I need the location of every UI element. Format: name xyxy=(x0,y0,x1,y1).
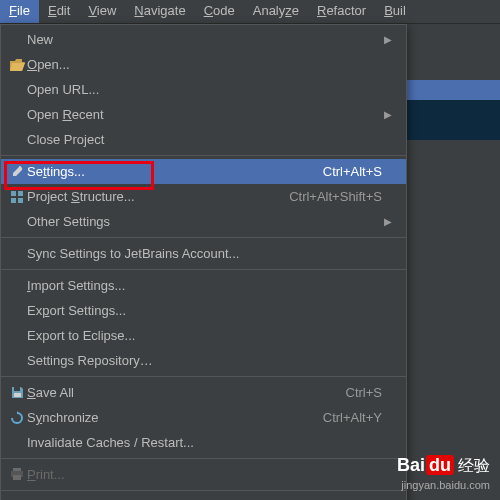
menu-invalidate-caches[interactable]: Invalidate Caches / Restart... xyxy=(1,430,406,455)
watermark: Baidu经验 jingyan.baidu.com xyxy=(397,454,490,492)
svg-rect-1 xyxy=(18,191,23,196)
menu-synchronize-label: Synchronize xyxy=(27,410,303,425)
svg-rect-6 xyxy=(13,468,21,471)
menu-print[interactable]: Print... xyxy=(1,462,406,487)
menu-save-all-label: Save All xyxy=(27,385,326,400)
svg-rect-4 xyxy=(14,387,20,391)
menu-settings[interactable]: Settings... Ctrl+Alt+S xyxy=(1,159,406,184)
folder-open-icon xyxy=(7,59,27,71)
menu-settings-label: Settings... xyxy=(27,164,303,179)
menu-open-recent-label: Open Recent xyxy=(27,107,382,122)
menu-synchronize[interactable]: Synchronize Ctrl+Alt+Y xyxy=(1,405,406,430)
menu-import-settings[interactable]: Import Settings... xyxy=(1,273,406,298)
menu-separator xyxy=(1,490,406,491)
watermark-url: jingyan.baidu.com xyxy=(397,478,490,492)
menu-open-recent[interactable]: Open Recent ▶ xyxy=(1,102,406,127)
sync-icon xyxy=(7,411,27,425)
svg-rect-2 xyxy=(11,198,16,203)
menu-settings-repo[interactable]: Settings Repository… xyxy=(1,348,406,373)
save-icon xyxy=(7,386,27,399)
menu-sync-settings-label: Sync Settings to JetBrains Account... xyxy=(27,246,382,261)
menu-invalidate-caches-label: Invalidate Caches / Restart... xyxy=(27,435,382,450)
menu-export-settings[interactable]: Export Settings... xyxy=(1,298,406,323)
submenu-arrow-icon: ▶ xyxy=(382,109,392,120)
menu-edit[interactable]: Edit xyxy=(39,0,79,23)
menu-build[interactable]: Buil xyxy=(375,0,415,23)
menu-refactor[interactable]: Refactor xyxy=(308,0,375,23)
menu-new[interactable]: New ▶ xyxy=(1,27,406,52)
menu-close-project-label: Close Project xyxy=(27,132,382,147)
menu-separator xyxy=(1,458,406,459)
menu-export-eclipse[interactable]: Export to Eclipse... xyxy=(1,323,406,348)
menu-separator xyxy=(1,376,406,377)
wrench-icon xyxy=(7,165,27,179)
menu-project-structure-label: Project Structure... xyxy=(27,189,269,204)
file-dropdown: New ▶ Open... Open URL... Open Recent ▶ … xyxy=(0,24,407,500)
menu-new-label: New xyxy=(27,32,382,47)
menu-other-settings[interactable]: Other Settings ▶ xyxy=(1,209,406,234)
menu-project-structure-shortcut: Ctrl+Alt+Shift+S xyxy=(289,189,382,204)
menu-save-all-shortcut: Ctrl+S xyxy=(346,385,382,400)
menu-separator xyxy=(1,269,406,270)
menu-code[interactable]: Code xyxy=(195,0,244,23)
menu-open-url-label: Open URL... xyxy=(27,82,382,97)
svg-rect-8 xyxy=(13,475,21,480)
menu-settings-repo-label: Settings Repository… xyxy=(27,353,382,368)
menu-open-label: Open... xyxy=(27,57,382,72)
menu-export-eclipse-label: Export to Eclipse... xyxy=(27,328,382,343)
svg-rect-3 xyxy=(18,198,23,203)
menu-print-label: Print... xyxy=(27,467,382,482)
menu-project-structure[interactable]: Project Structure... Ctrl+Alt+Shift+S xyxy=(1,184,406,209)
menu-settings-shortcut: Ctrl+Alt+S xyxy=(323,164,382,179)
menu-synchronize-shortcut: Ctrl+Alt+Y xyxy=(323,410,382,425)
menu-file[interactable]: File xyxy=(0,0,39,23)
menu-analyze[interactable]: Analyze xyxy=(244,0,308,23)
menu-export-settings-label: Export Settings... xyxy=(27,303,382,318)
project-structure-icon xyxy=(7,190,27,204)
menu-view[interactable]: View xyxy=(79,0,125,23)
menu-close-project[interactable]: Close Project xyxy=(1,127,406,152)
menubar: File Edit View Navigate Code Analyze Ref… xyxy=(0,0,500,24)
submenu-arrow-icon: ▶ xyxy=(382,216,392,227)
menu-open[interactable]: Open... xyxy=(1,52,406,77)
menu-save-all[interactable]: Save All Ctrl+S xyxy=(1,380,406,405)
submenu-arrow-icon: ▶ xyxy=(382,34,392,45)
menu-separator xyxy=(1,155,406,156)
menu-power-save[interactable]: Power Save Mode xyxy=(1,494,406,500)
svg-rect-0 xyxy=(11,191,16,196)
menu-import-settings-label: Import Settings... xyxy=(27,278,382,293)
menu-open-url[interactable]: Open URL... xyxy=(1,77,406,102)
menu-navigate[interactable]: Navigate xyxy=(125,0,194,23)
menu-separator xyxy=(1,237,406,238)
print-icon xyxy=(7,468,27,481)
svg-rect-5 xyxy=(14,393,21,397)
menu-sync-settings[interactable]: Sync Settings to JetBrains Account... xyxy=(1,241,406,266)
menu-other-settings-label: Other Settings xyxy=(27,214,382,229)
